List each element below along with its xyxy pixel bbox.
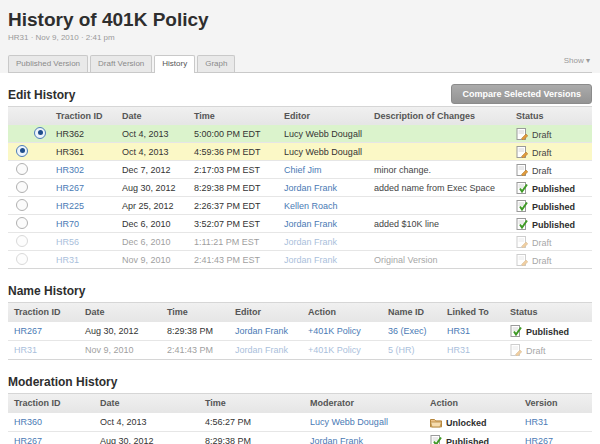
draft-icon bbox=[516, 254, 528, 266]
linked-to-link[interactable]: HR31 bbox=[447, 326, 470, 336]
version-select-radio[interactable] bbox=[34, 127, 46, 139]
status-cell: Unlocked bbox=[424, 416, 519, 428]
description-value: added $10K line bbox=[368, 219, 510, 229]
editor-link[interactable]: Jordan Frank bbox=[284, 219, 337, 229]
time-value: 8:29:38 PM bbox=[205, 436, 251, 444]
table-header-row: Traction IDDateTimeEditorDescription of … bbox=[8, 107, 592, 125]
traction-id[interactable]: HR267 bbox=[14, 326, 42, 336]
editor-link[interactable]: Jordan Frank bbox=[284, 237, 337, 247]
version-select-radio[interactable] bbox=[16, 145, 28, 157]
published-icon bbox=[516, 182, 528, 194]
editor-link[interactable]: Jordan Frank bbox=[284, 183, 337, 193]
date-value: Dec 7, 2012 bbox=[122, 165, 171, 175]
name-history-heading: Name History bbox=[8, 284, 592, 298]
name-history-row: HR267Aug 30, 20128:29:38 PMJordan Frank+… bbox=[8, 322, 592, 341]
published-icon bbox=[510, 325, 522, 337]
draft-icon bbox=[516, 146, 528, 158]
compare-selected-versions-button[interactable]: Compare Selected Versions bbox=[451, 84, 592, 104]
editor-link[interactable]: Jordan Frank bbox=[284, 255, 337, 265]
column-header: Date bbox=[79, 307, 161, 317]
status-cell: Published bbox=[510, 200, 592, 212]
status-label: Published bbox=[532, 184, 575, 194]
edit-history-row: HR31Nov 9, 20102:41:43 PM ESTJordan Fran… bbox=[8, 251, 592, 268]
status-label: Published bbox=[446, 437, 489, 444]
show-menu[interactable]: Show ▾ bbox=[564, 56, 590, 65]
version-select-radio[interactable] bbox=[16, 199, 28, 211]
traction-id[interactable]: HR70 bbox=[56, 219, 79, 229]
status-cell: Draft bbox=[510, 128, 592, 140]
tab-graph[interactable]: Graph bbox=[197, 55, 235, 72]
moderation-history-row: HR267Aug 30, 20128:29:38 PMJordan FrankP… bbox=[8, 432, 592, 444]
status-cell: Draft bbox=[504, 344, 592, 356]
traction-id[interactable]: HR267 bbox=[56, 183, 84, 193]
date-value: Oct 4, 2013 bbox=[100, 417, 147, 427]
editor-link[interactable]: Jordan Frank bbox=[235, 326, 288, 336]
moderator-link[interactable]: Lucy Webb Dougall bbox=[310, 417, 388, 427]
version-select-radio[interactable] bbox=[16, 253, 28, 265]
column-header: Editor bbox=[278, 111, 368, 121]
status-cell: Published bbox=[424, 435, 519, 444]
date-value: Dec 6, 2010 bbox=[122, 237, 171, 247]
column-header: Traction ID bbox=[50, 111, 116, 121]
description-value: added name from Exec Space bbox=[368, 183, 510, 193]
column-header: Action bbox=[424, 398, 519, 408]
status-label: Draft bbox=[526, 346, 546, 356]
traction-id[interactable]: HR31 bbox=[14, 345, 37, 355]
unlocked-icon bbox=[430, 416, 442, 428]
time-value: 3:52:07 PM EST bbox=[194, 219, 260, 229]
time-value: 2:26:37 PM EDT bbox=[194, 201, 261, 211]
time-value: 2:41:43 PM EST bbox=[194, 255, 260, 265]
published-icon bbox=[516, 200, 528, 212]
action-link[interactable]: +401K Policy bbox=[308, 326, 361, 336]
tab-published-version[interactable]: Published Version bbox=[8, 55, 88, 72]
column-header: Action bbox=[302, 307, 382, 317]
version-link[interactable]: HR31 bbox=[525, 417, 548, 427]
moderator-link[interactable]: Jordan Frank bbox=[310, 436, 363, 444]
version-select-radio[interactable] bbox=[16, 181, 28, 193]
status-label: Draft bbox=[532, 256, 552, 266]
name-id-link[interactable]: 5 (HR) bbox=[388, 345, 415, 355]
action-link[interactable]: +401K Policy bbox=[308, 345, 361, 355]
version-select-radio[interactable] bbox=[16, 163, 28, 175]
edit-history-row: HR362Oct 4, 20135:00:00 PM EDTLucy Webb … bbox=[8, 125, 592, 143]
traction-id: HR362 bbox=[56, 129, 84, 139]
name-id-link[interactable]: 36 (Exec) bbox=[388, 326, 427, 336]
tab-bar: Published Version Draft Version History … bbox=[8, 53, 592, 73]
traction-id[interactable]: HR225 bbox=[56, 201, 84, 211]
show-menu-label: Show bbox=[564, 56, 584, 65]
version-link[interactable]: HR267 bbox=[525, 436, 553, 444]
traction-id[interactable]: HR302 bbox=[56, 165, 84, 175]
column-header: Time bbox=[188, 111, 278, 121]
tab-history[interactable]: History bbox=[154, 55, 195, 73]
editor-link: Lucy Webb Dougall bbox=[284, 129, 362, 139]
time-value: 2:41:43 PM bbox=[167, 345, 213, 355]
traction-id: HR361 bbox=[56, 147, 84, 157]
draft-icon bbox=[516, 164, 528, 176]
traction-id[interactable]: HR360 bbox=[14, 417, 42, 427]
column-header: Name ID bbox=[382, 307, 441, 317]
edit-history-row: HR267Aug 30, 20128:29:38 PM EDTJordan Fr… bbox=[8, 179, 592, 197]
date-value: Apr 25, 2012 bbox=[122, 201, 174, 211]
time-value: 4:56:27 PM bbox=[205, 417, 251, 427]
editor-link[interactable]: Jordan Frank bbox=[235, 345, 288, 355]
moderation-history-table: Traction IDDateTimeModeratorActionVersio… bbox=[8, 393, 592, 444]
edit-history-row: HR56Dec 6, 20101:11:21 PM ESTJordan Fran… bbox=[8, 233, 592, 251]
linked-to-link[interactable]: HR31 bbox=[447, 345, 470, 355]
published-icon bbox=[516, 218, 528, 230]
tab-draft-version[interactable]: Draft Version bbox=[90, 55, 152, 72]
description-value: minor change. bbox=[368, 165, 510, 175]
editor-link[interactable]: Kellen Roach bbox=[284, 201, 338, 211]
table-header-row: Traction IDDateTimeModeratorActionVersio… bbox=[8, 394, 592, 413]
status-cell: Published bbox=[510, 218, 592, 230]
date-value: Aug 30, 2012 bbox=[85, 326, 139, 336]
traction-id[interactable]: HR31 bbox=[56, 255, 79, 265]
traction-id[interactable]: HR267 bbox=[14, 436, 42, 444]
version-select-radio[interactable] bbox=[16, 235, 28, 247]
edit-history-section-head: Edit History Compare Selected Versions bbox=[8, 88, 592, 102]
status-label: Draft bbox=[532, 238, 552, 248]
traction-id[interactable]: HR56 bbox=[56, 237, 79, 247]
column-header: Description of Changes bbox=[368, 111, 510, 121]
version-select-radio[interactable] bbox=[16, 217, 28, 229]
editor-link[interactable]: Chief Jim bbox=[284, 165, 322, 175]
page-header: History of 401K Policy HR31 · Nov 9, 201… bbox=[0, 0, 600, 73]
